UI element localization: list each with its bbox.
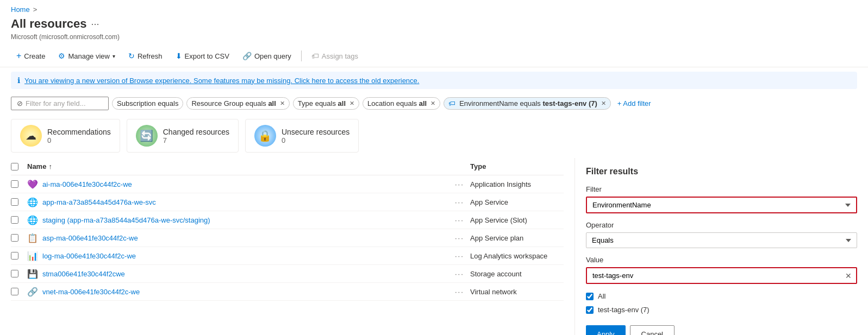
row-checkbox-1[interactable] [11, 198, 18, 206]
row-checkbox-6[interactable] [11, 288, 18, 295]
value-input[interactable] [587, 268, 856, 283]
filter-panel-title: Filter results [586, 167, 857, 176]
value-clear-icon[interactable]: ✕ [845, 271, 852, 280]
filter-tag-env-label: EnvironmentName equals test-tags-env (7) [459, 99, 597, 108]
changed-label: Changed resources [163, 128, 229, 136]
filter-tag-env-icon: 🏷 [448, 99, 455, 108]
operator-field-label: Operator [586, 221, 857, 229]
checkbox-env: test-tags-env (7) [586, 303, 857, 317]
row-more-icon[interactable]: ··· [455, 180, 466, 188]
reco-label: Recommendations [47, 128, 111, 136]
filter-tag-subscription[interactable]: Subscription equals [112, 97, 183, 110]
row-type: Virtual network [466, 288, 564, 296]
row-more-icon[interactable]: ··· [455, 234, 466, 242]
resource-type-icon: 🌐 [27, 197, 38, 207]
operator-select[interactable]: Equals [586, 232, 857, 248]
table-row: 📊 log-ma-006e41fe30c44f2c-we ··· Log Ana… [11, 247, 564, 265]
row-name-cell: 📋 asp-ma-006e41fe30c44f2c-we [27, 232, 455, 243]
info-icon: ℹ [17, 76, 20, 85]
toolbar: + Create ⚙ Manage view ▾ ↻ Refresh ⬇ Exp… [0, 45, 868, 67]
table-section: Name ↑ Type 💜 ai-ma-006e41fe30c44f2c-we … [0, 158, 574, 335]
changed-count: 7 [163, 136, 229, 144]
resource-link[interactable]: staging (app-ma-a73a8544a45d476a-we-svc/… [42, 216, 210, 224]
filter-tag-type-close-icon[interactable]: ✕ [349, 100, 354, 107]
resource-link[interactable]: log-ma-006e41fe30c44f2c-we [42, 252, 136, 260]
filter-tag-env-close-icon[interactable]: ✕ [601, 100, 606, 107]
row-more-icon[interactable]: ··· [455, 252, 466, 260]
row-checkbox-4[interactable] [11, 252, 18, 260]
apply-button[interactable]: Apply [586, 325, 626, 335]
select-all-checkbox[interactable] [11, 163, 18, 170]
table-row: 🌐 staging (app-ma-a73a8544a45d476a-we-sv… [11, 211, 564, 229]
checkbox-env-input[interactable] [586, 306, 594, 314]
filter-tag-resource-group[interactable]: Resource Group equals all ✕ [186, 97, 289, 110]
manage-view-icon: ⚙ [58, 52, 65, 60]
page-title-more-icon[interactable]: ··· [91, 18, 99, 30]
row-more-icon[interactable]: ··· [455, 288, 466, 296]
add-filter-button[interactable]: + Add filter [614, 98, 654, 109]
row-checkbox-0[interactable] [11, 180, 18, 188]
resource-type-icon: 🔗 [27, 286, 38, 297]
summary-card-unsecure[interactable]: 🔒 Unsecure resources 0 [245, 119, 359, 153]
resource-link[interactable]: app-ma-a73a8544a45d476a-we-svc [42, 198, 156, 206]
row-checkbox-3[interactable] [11, 234, 18, 242]
resource-type-icon: 💜 [27, 179, 38, 189]
row-more-icon[interactable]: ··· [455, 270, 466, 278]
checkbox-all-input[interactable] [586, 293, 594, 300]
filter-tag-type-label: Type equals all [298, 99, 346, 108]
filter-tag-type[interactable]: Type equals all ✕ [293, 97, 359, 110]
row-type: Log Analytics workspace [466, 252, 564, 260]
row-checkbox-cell [11, 198, 27, 206]
table-row: 💾 stma006e41fe30c44f2cwe ··· Storage acc… [11, 265, 564, 283]
row-checkbox-cell [11, 234, 27, 242]
row-type: Application Insights [466, 180, 564, 188]
row-more-icon[interactable]: ··· [455, 198, 466, 206]
filter-tag-rg-close-icon[interactable]: ✕ [280, 100, 285, 107]
checkbox-env-label: test-tags-env (7) [598, 306, 650, 314]
assign-tags-button[interactable]: 🏷 Assign tags [306, 49, 364, 63]
resource-link[interactable]: asp-ma-006e41fe30c44f2c-we [42, 234, 138, 242]
filter-tag-env[interactable]: 🏷 EnvironmentName equals test-tags-env (… [444, 97, 611, 110]
filter-tag-location-label: Location equals all [367, 99, 427, 108]
summary-card-changed[interactable]: 🔄 Changed resources 7 [127, 119, 239, 153]
open-query-button[interactable]: 🔗 Open query [237, 49, 297, 63]
create-button[interactable]: + Create [11, 48, 51, 64]
row-checkbox-cell [11, 180, 27, 188]
row-type: App Service (Slot) [466, 216, 564, 224]
row-checkbox-2[interactable] [11, 216, 18, 224]
refresh-button[interactable]: ↻ Refresh [123, 49, 168, 63]
row-checkbox-cell [11, 270, 27, 277]
filter-field-label: Filter [586, 185, 857, 193]
resource-link[interactable]: stma006e41fe30c44f2cwe [42, 270, 125, 278]
old-experience-link[interactable]: You are viewing a new version of Browse … [24, 77, 419, 85]
assign-tags-icon: 🏷 [311, 52, 319, 60]
row-type: App Service [466, 198, 564, 206]
filter-field-select[interactable]: EnvironmentName [586, 197, 857, 213]
export-icon: ⬇ [176, 52, 182, 60]
breadcrumb: Home > [0, 0, 868, 16]
filter-tag-location-close-icon[interactable]: ✕ [430, 100, 435, 107]
cancel-button[interactable]: Cancel [630, 325, 675, 335]
resource-link[interactable]: vnet-ma-006e41fe30c44f2c-we [42, 288, 140, 296]
manage-view-button[interactable]: ⚙ Manage view ▾ [53, 49, 121, 63]
refresh-icon: ↻ [128, 52, 135, 60]
table-header: Name ↑ Type [11, 158, 564, 175]
row-checkbox-5[interactable] [11, 270, 18, 277]
filter-input-box[interactable]: ⊘ Filter for any field... [11, 97, 109, 110]
row-type: App Service plan [466, 234, 564, 242]
unsecure-count: 0 [282, 136, 349, 144]
summary-card-recommendations[interactable]: ☁ Recommendations 0 [11, 119, 120, 153]
col-name-header[interactable]: Name ↑ [27, 162, 455, 170]
home-link[interactable]: Home [11, 5, 30, 14]
filter-panel: Filter results Filter EnvironmentName Op… [574, 158, 868, 335]
checkbox-all: All [586, 289, 857, 303]
resource-link[interactable]: ai-ma-006e41fe30c44f2c-we [42, 180, 132, 188]
filter-tag-rg-label: Resource Group equals all [191, 99, 276, 108]
row-name-cell: 🌐 staging (app-ma-a73a8544a45d476a-we-sv… [27, 214, 455, 225]
filter-tag-location[interactable]: Location equals all ✕ [363, 97, 440, 110]
filter-bar: ⊘ Filter for any field... Subscription e… [0, 93, 868, 113]
row-more-icon[interactable]: ··· [455, 216, 466, 224]
page-title: All resources [11, 17, 86, 31]
row-name-cell: 💾 stma006e41fe30c44f2cwe [27, 268, 455, 279]
export-button[interactable]: ⬇ Export to CSV [170, 49, 235, 63]
